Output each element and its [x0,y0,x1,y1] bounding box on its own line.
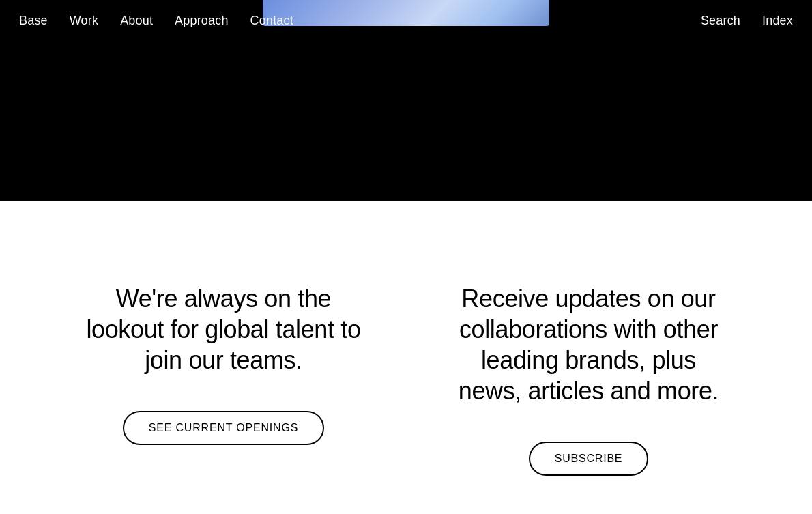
subscribe-section: Receive updates on our collaborations wi… [406,256,771,503]
see-openings-button[interactable]: SEE CURRENT OPENINGS [123,411,324,445]
nav-item-about[interactable]: About [120,14,153,28]
nav-right: Search Index [701,14,793,28]
nav-item-approach[interactable]: Approach [175,14,229,28]
talent-tagline: We're always on the lookout for global t… [82,283,365,375]
nav-item-work[interactable]: Work [70,14,98,28]
nav-logo[interactable]: Base [19,14,48,28]
talent-section: We're always on the lookout for global t… [41,256,406,503]
subscribe-button[interactable]: SUBSCRIBE [529,442,649,476]
nav-left: Base Work About Approach Contact [19,14,293,28]
main-content-section: We're always on the lookout for global t… [0,201,812,514]
nav-index[interactable]: Index [762,14,793,28]
main-nav: Base Work About Approach Contact Search … [0,0,812,42]
nav-search[interactable]: Search [701,14,740,28]
nav-item-contact[interactable]: Contact [250,14,293,28]
subscribe-tagline: Receive updates on our collaborations wi… [447,283,730,406]
